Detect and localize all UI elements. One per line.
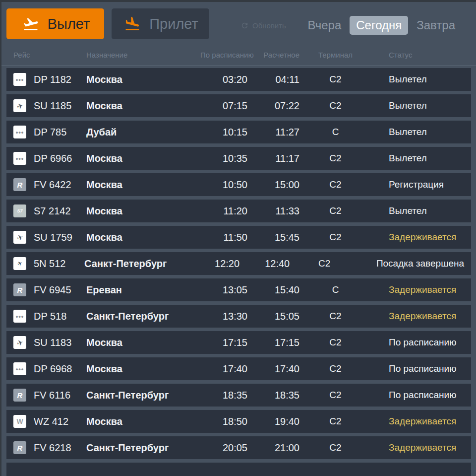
destination: Москва — [86, 337, 200, 348]
scheduled-time: 11:50 — [200, 232, 247, 243]
destination: Москва — [86, 74, 200, 85]
table-row[interactable]: ✈ SU 1759 Москва 11:50 15:45 C2 Задержив… — [6, 226, 471, 249]
airline-logo-icon: R — [13, 389, 26, 402]
flight-number: SU 1185 — [34, 100, 86, 112]
estimated-time: 19:40 — [247, 416, 299, 427]
table-row[interactable]: R FV 6116 Санкт-Петербург 18:35 18:35 C2… — [6, 384, 471, 407]
destination: Москва — [86, 205, 200, 217]
status: Задерживается — [374, 311, 464, 322]
terminal: C2 — [299, 179, 371, 190]
terminal: C2 — [299, 416, 371, 427]
terminal: C2 — [299, 232, 371, 243]
terminal: C2 — [299, 442, 371, 453]
airline-logo-icon: ••• — [13, 362, 26, 375]
estimated-time: 17:40 — [247, 363, 299, 375]
tab-departures[interactable]: Вылет — [6, 8, 104, 39]
flight-number: FV 6945 — [34, 284, 86, 296]
table-row-partial — [6, 463, 471, 476]
estimated-time: 15:00 — [247, 179, 299, 191]
table-row[interactable]: ✈ 5N 512 Санкт-Петербург 12:20 12:40 C2 … — [6, 252, 471, 275]
status: Вылетел — [374, 100, 464, 111]
status: Задерживается — [374, 232, 464, 243]
terminal: C2 — [299, 100, 371, 111]
scheduled-time: 12:20 — [194, 258, 240, 270]
table-row[interactable]: S7 S7 2142 Москва 11:20 11:33 C2 Вылетел — [6, 200, 471, 222]
estimated-time: 15:45 — [247, 232, 299, 243]
destination: Санкт-Петербург — [84, 258, 194, 270]
day-tab-today[interactable]: Сегодня — [350, 16, 408, 35]
scheduled-time: 13:30 — [200, 311, 247, 322]
column-header-terminal: Терминал — [299, 51, 371, 59]
scheduled-time: 18:50 — [200, 416, 247, 427]
airline-logo-icon: R — [13, 283, 26, 296]
estimated-time: 11:33 — [247, 205, 299, 217]
table-row[interactable]: R FV 6945 Ереван 13:05 15:40 C Задержива… — [6, 278, 471, 301]
scheduled-time: 10:15 — [200, 127, 247, 138]
table-row[interactable]: R FV 6422 Москва 10:50 15:00 C2 Регистра… — [6, 173, 471, 196]
terminal: C2 — [299, 363, 371, 374]
status: Вылетел — [374, 74, 464, 85]
table-row[interactable]: W WZ 412 Москва 18:50 19:40 C2 Задержива… — [6, 410, 471, 433]
terminal: C2 — [299, 390, 371, 401]
terminal: C2 — [299, 153, 371, 164]
status: По расписанию — [374, 337, 464, 348]
tab-arrivals[interactable]: Прилет — [112, 8, 209, 39]
refresh-icon — [240, 21, 249, 30]
column-header-scheduled: По расписанию — [200, 51, 247, 59]
table-row[interactable]: ••• DP 6968 Москва 17:40 17:40 C2 По рас… — [6, 357, 471, 380]
estimated-time: 21:00 — [247, 442, 299, 454]
destination: Москва — [86, 179, 200, 191]
flight-number: DP 785 — [34, 127, 86, 138]
airline-logo-icon: ••• — [13, 310, 26, 323]
flight-number: WZ 412 — [34, 416, 86, 427]
table-row[interactable]: ✈ SU 1183 Москва 17:15 17:15 C2 По распи… — [6, 331, 471, 354]
destination: Москва — [86, 416, 200, 427]
destination: Москва — [86, 232, 200, 243]
scheduled-time: 11:20 — [200, 205, 247, 217]
day-tab-yesterday[interactable]: Вчера — [306, 16, 342, 35]
flight-number: FV 6116 — [34, 390, 86, 401]
table-row[interactable]: ••• DP 518 Санкт-Петербург 13:30 15:05 C… — [6, 305, 471, 328]
estimated-time: 11:27 — [247, 127, 299, 138]
flight-number: FV 6422 — [34, 179, 86, 191]
table-row[interactable]: ••• DP 1182 Москва 03:20 04:11 C2 Вылете… — [6, 68, 471, 91]
table-row[interactable]: ✈ SU 1185 Москва 07:15 07:22 C2 Вылетел — [6, 94, 471, 117]
table-row[interactable]: ••• DP 785 Дубай 10:15 11:27 C Вылетел — [6, 121, 471, 143]
toolbar: Вылет Прилет Обновить ВчераСегодняЗавтра — [1, 2, 476, 42]
tab-departures-label: Вылет — [48, 16, 90, 32]
airline-logo-icon: S7 — [13, 204, 26, 217]
scheduled-time: 07:15 — [200, 100, 247, 112]
terminal: C2 — [299, 311, 371, 322]
status: Вылетел — [374, 127, 464, 137]
terminal: C — [299, 284, 371, 295]
scheduled-time: 20:05 — [200, 442, 247, 454]
estimated-time: 12:40 — [239, 258, 290, 270]
scheduled-time: 17:40 — [200, 363, 247, 375]
status: Вылетел — [374, 153, 464, 164]
table-row[interactable]: R FV 6218 Санкт-Петербург 20:05 21:00 C2… — [6, 436, 471, 459]
refresh-label: Обновить — [252, 21, 286, 30]
terminal: C2 — [299, 337, 371, 348]
terminal: C2 — [299, 205, 371, 216]
scheduled-time: 10:35 — [200, 153, 247, 164]
table-row[interactable]: ••• DP 6966 Москва 10:35 11:17 C2 Вылете… — [6, 147, 471, 170]
estimated-time: 17:15 — [247, 337, 299, 348]
status: По расписанию — [374, 363, 464, 374]
airline-logo-icon: W — [13, 415, 26, 428]
scheduled-time: 17:15 — [200, 337, 247, 348]
status: Задерживается — [374, 416, 464, 427]
flight-number: DP 6968 — [34, 363, 86, 375]
airline-logo-icon: ••• — [13, 152, 26, 165]
flight-number: DP 518 — [34, 311, 86, 322]
scheduled-time: 03:20 — [200, 74, 247, 85]
airline-logo-icon: ✈ — [13, 99, 26, 112]
column-header-estimated: Расчетное — [247, 51, 299, 59]
destination: Санкт-Петербург — [86, 442, 200, 454]
day-switcher: ВчераСегодняЗавтра — [306, 16, 456, 35]
airline-logo-icon: ✈ — [13, 231, 26, 244]
refresh-button[interactable]: Обновить — [240, 21, 286, 30]
flight-number: SU 1759 — [34, 232, 86, 243]
airline-logo-icon: R — [13, 441, 26, 454]
day-tab-tomorrow[interactable]: Завтра — [416, 16, 456, 35]
terminal: C — [299, 127, 371, 137]
